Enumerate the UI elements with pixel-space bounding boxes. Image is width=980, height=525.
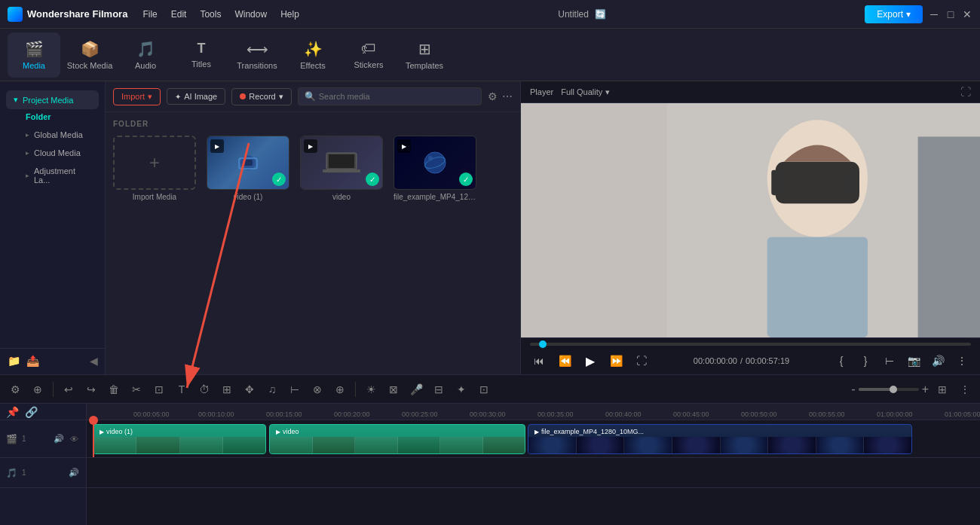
export-button[interactable]: Export ▾ <box>865 5 923 23</box>
ai-image-icon: ✦ <box>175 93 181 101</box>
maximize-button[interactable]: □ <box>945 9 956 20</box>
minimize-button[interactable]: ─ <box>929 9 939 20</box>
sticker-tl-button[interactable]: ⊟ <box>430 380 448 398</box>
collapse-sidebar-icon[interactable]: ◀ <box>90 355 98 367</box>
volume-button[interactable]: 🔊 <box>929 352 947 370</box>
sync-icon: 🔄 <box>595 9 606 20</box>
sidebar-item-adjustment-layers[interactable]: ▸ Adjustment La... <box>18 162 99 189</box>
mark-in-button[interactable]: { <box>832 352 850 370</box>
zoom-out-icon[interactable]: - <box>851 383 855 396</box>
tab-stock-media[interactable]: 📦 Stock Media <box>63 32 116 78</box>
scissors-button[interactable]: ✂ <box>127 380 145 398</box>
tab-stickers[interactable]: 🏷 Stickers <box>342 32 395 78</box>
audio-adj-button[interactable]: ♫ <box>263 380 281 398</box>
delete-folder-icon[interactable]: 📤 <box>26 355 39 367</box>
record-dot-icon <box>240 93 246 99</box>
scale-button[interactable]: ⊞ <box>218 380 236 398</box>
insert-button[interactable]: ⊢ <box>880 352 899 370</box>
add-folder-icon[interactable]: 📁 <box>8 355 20 367</box>
audio-volume-icon[interactable]: 🔊 <box>68 467 80 479</box>
add-track-icon[interactable]: 📌 <box>6 406 19 418</box>
grid-view-button[interactable]: ⊞ <box>933 380 951 398</box>
tab-media[interactable]: 🎬 Media <box>8 32 60 78</box>
close-button[interactable]: ✕ <box>962 9 972 20</box>
menu-file[interactable]: File <box>142 9 157 20</box>
ai-image-button[interactable]: ✦ AI Image <box>167 88 225 105</box>
brightness-button[interactable]: ☀ <box>362 380 380 398</box>
media-thumb-video1: ▶ ✓ <box>207 136 289 190</box>
import-button[interactable]: Import ▾ <box>113 88 161 105</box>
speed-button[interactable]: ⊢ <box>286 380 304 398</box>
mic-tl-button[interactable]: 🎤 <box>407 380 425 398</box>
more-preview-button[interactable]: ⋮ <box>953 352 971 370</box>
search-input[interactable] <box>319 92 475 101</box>
sidebar-project-section: ▾ Project Media Folder ▸ Global Media ▸ … <box>0 87 105 192</box>
skip-back-button[interactable]: ⏮ <box>530 352 548 370</box>
track-eye-icon[interactable]: 👁 <box>68 433 80 445</box>
logo-icon <box>8 7 23 22</box>
topbar: Wondershare Filmora File Edit Tools Wind… <box>0 0 980 29</box>
text-button[interactable]: T <box>173 380 191 398</box>
undo-button[interactable]: ↩ <box>60 380 78 398</box>
tab-templates[interactable]: ⊞ Templates <box>398 32 451 78</box>
timecode-ruler: 00:00:05:00 00:00:10:00 00:00:15:00 00:0… <box>87 404 980 420</box>
timeline-clip-video2[interactable]: ▶ video <box>269 424 525 454</box>
titles-tab-label: Titles <box>191 60 211 69</box>
pan-button[interactable]: ✥ <box>240 380 259 398</box>
delete-button[interactable]: 🗑 <box>105 380 123 398</box>
color-button[interactable]: ⊗ <box>308 380 326 398</box>
more-actions-icon[interactable]: ⋯ <box>502 90 513 102</box>
import-media-label: Import Media <box>133 193 176 201</box>
zoom-track[interactable] <box>859 388 919 391</box>
media-thumb-video3: ▶ ✓ <box>394 136 476 190</box>
media-item-video3[interactable]: ▶ ✓ file_example_MP4_128... <box>394 136 476 201</box>
timeline-clip-video1[interactable]: ▶ video (1) <box>93 424 266 454</box>
timeline-clip-video3[interactable]: ▶ file_example_MP4_1280_10MG... <box>528 424 912 454</box>
track-speaker-icon[interactable]: 🔊 <box>53 433 65 445</box>
tab-audio[interactable]: 🎵 Audio <box>119 32 172 78</box>
import-media-item[interactable]: + Import Media <box>113 136 196 201</box>
sidebar-item-project-media[interactable]: ▾ Project Media <box>6 90 99 109</box>
redo-button[interactable]: ↪ <box>82 380 100 398</box>
ai-tl-button[interactable]: ✦ <box>452 380 470 398</box>
svg-rect-17 <box>521 103 666 337</box>
fullscreen-button[interactable]: ⛶ <box>632 352 651 370</box>
menu-window[interactable]: Window <box>234 9 267 20</box>
tab-titles[interactable]: T Titles <box>175 32 228 78</box>
track-area: 00:00:05:00 00:00:10:00 00:00:15:00 00:0… <box>87 404 980 525</box>
menu-help[interactable]: Help <box>280 9 299 20</box>
noise-button[interactable]: ⊠ <box>384 380 403 398</box>
clip3-label: ▶ file_example_MP4_1280_10MG... <box>530 426 648 437</box>
motion-tl-button[interactable]: ⊡ <box>475 380 493 398</box>
transition-tl-button[interactable]: ⊕ <box>331 380 349 398</box>
timeline-magnet-button[interactable]: ⊕ <box>29 380 47 398</box>
tab-effects[interactable]: ✨ Effects <box>286 32 339 78</box>
tab-transitions[interactable]: ⟷ Transitions <box>231 32 283 78</box>
media-item-video2[interactable]: ▶ ✓ video <box>300 136 383 201</box>
filter-icon[interactable]: ⚙ <box>488 90 498 102</box>
menu-tools[interactable]: Tools <box>200 9 221 20</box>
timeline-settings-button[interactable]: ⚙ <box>6 380 24 398</box>
folder-section-label: FOLDER <box>113 120 513 128</box>
timer-button[interactable]: ⏱ <box>195 380 213 398</box>
preview-expand-icon[interactable]: ⛶ <box>960 86 971 98</box>
sidebar-item-global-media[interactable]: ▸ Global Media <box>18 126 99 144</box>
frame-fwd-button[interactable]: ⏩ <box>607 352 625 370</box>
sidebar-item-cloud-media[interactable]: ▸ Cloud Media <box>18 144 99 162</box>
more-tl-button[interactable]: ⋮ <box>956 380 974 398</box>
record-button[interactable]: Record ▾ <box>231 88 291 105</box>
title-area: Untitled 🔄 <box>299 9 865 20</box>
media-item-video1[interactable]: ▶ ✓ video (1) <box>207 136 289 201</box>
preview-scrubber[interactable] <box>530 343 971 346</box>
mark-out-button[interactable]: } <box>856 352 874 370</box>
preview-btn-row: ⏮ ⏪ ▶ ⏩ ⛶ 00:00:00:00 / 00:00:57:19 { } … <box>530 352 971 370</box>
menu-edit[interactable]: Edit <box>171 9 187 20</box>
zoom-in-icon[interactable]: + <box>922 383 929 396</box>
quality-select[interactable]: Full Quality ▾ <box>561 87 610 97</box>
frame-back-button[interactable]: ⏪ <box>556 352 574 370</box>
play-button[interactable]: ▶ <box>581 352 599 370</box>
snapshot-button[interactable]: 📷 <box>905 352 923 370</box>
crop-button[interactable]: ⊡ <box>150 380 168 398</box>
link-tracks-icon[interactable]: 🔗 <box>25 406 38 418</box>
total-time: 00:00:57:19 <box>746 356 789 365</box>
